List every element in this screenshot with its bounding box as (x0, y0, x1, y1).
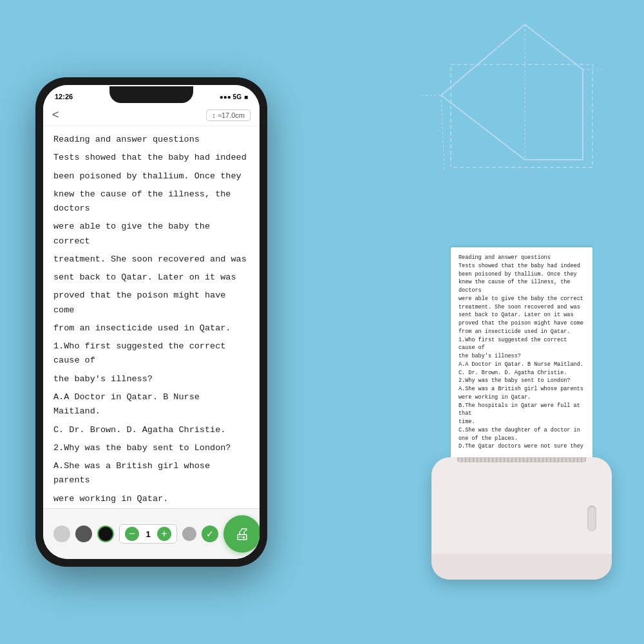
printer-button[interactable] (587, 506, 596, 531)
printer-paper-line: treatment. She soon recovered and was (459, 303, 585, 312)
phone-content-line: were able to give the baby the correct (53, 220, 249, 249)
phone-content-line: from an insecticide used in Qatar. (53, 321, 249, 336)
printer-paper-line: knew the cause of the illness, the docto… (459, 278, 585, 295)
phone-content-line: C. Dr. Brown. D. Agatha Christie. (53, 423, 249, 437)
svg-text:A': A' (521, 13, 530, 23)
phone-notch (109, 86, 193, 103)
printer: Reading and answer questionsTests showed… (431, 247, 612, 580)
printer-slot (457, 457, 586, 462)
phone: 12:26 ●●● 5G ■ < ↕ ≈17.0cm Reading and a… (35, 77, 267, 567)
phone-content-line: 1.Who first suggested the correct cause … (53, 339, 249, 368)
print-button[interactable]: 🖨 (223, 515, 260, 553)
printer-paper-line: been poisoned by thallium. Once they (459, 270, 585, 279)
status-dot (182, 527, 196, 541)
quantity-control: − 1 + (119, 524, 177, 544)
check-icon: ✓ (202, 526, 218, 542)
svg-text:B': B' (448, 162, 456, 173)
phone-time: 12:26 (55, 93, 73, 100)
printer-paper-line: were working in Qatar. (459, 393, 585, 402)
qty-plus-button[interactable]: + (157, 527, 171, 541)
phone-content-line: the baby's illness? (53, 372, 249, 386)
color-dark[interactable] (75, 526, 92, 542)
printer-paper: Reading and answer questionsTests showed… (451, 247, 592, 457)
printer-paper-line: B.The hospitals in Qatar were full at th… (459, 402, 585, 419)
printer-paper-line: Reading and answer questions (459, 254, 585, 262)
printer-paper-line: A.A Doctor in Qatar. B Nurse Maitland. (459, 361, 585, 369)
phone-content-line: sent back to Qatar. Later on it was (53, 270, 249, 285)
phone-content-line: 2.Why was the baby sent to London? (53, 441, 249, 455)
svg-rect-0 (451, 64, 592, 167)
printer-paper-line: time. (459, 418, 585, 426)
printer-paper-line: proved that the poison might have come (459, 319, 585, 328)
color-selector (53, 526, 114, 542)
svg-text:C: C (585, 156, 592, 166)
printer-paper-line: 2.Why was the baby sent to London? (459, 377, 585, 385)
ruler-badge: ↕ ≈17.0cm (206, 109, 251, 121)
color-light[interactable] (53, 526, 70, 542)
phone-content-line: A.She was a British girl whose parents (53, 459, 249, 488)
phone-content: Reading and answer questionsTests showed… (43, 126, 260, 508)
printer-icon: 🖨 (234, 525, 250, 543)
phone-content-line: Tests showed that the baby had indeed (53, 151, 249, 165)
printer-bottom (431, 554, 612, 580)
color-black[interactable] (97, 526, 114, 542)
printer-paper-line: from an insecticide used in Qatar. (459, 328, 585, 336)
svg-text:B: B (438, 164, 444, 175)
printer-paper-line: C.She was the daughter of a doctor in (459, 426, 585, 435)
phone-content-line: Reading and answer questions (53, 133, 249, 147)
printer-body (431, 457, 612, 580)
phone-content-line: been poisoned by thallium. Once they (53, 169, 249, 184)
phone-content-line: knew the cause of the illness, the docto… (53, 187, 249, 216)
svg-line-14 (441, 95, 444, 171)
svg-text:D: D (602, 64, 609, 75)
phone-battery: ■ (244, 93, 248, 100)
printer-paper-line: sent back to Qatar. Later on it was (459, 311, 585, 319)
phone-nav-bar: < ↕ ≈17.0cm (43, 104, 260, 126)
phone-content-line: A.A Doctor in Qatar. B Nurse Maitland. (53, 390, 249, 419)
printer-paper-line: D.The Qatar doctors were not sure they (459, 442, 585, 451)
printer-paper-line: C. Dr. Brown. D. Agatha Christie. (459, 369, 585, 377)
qty-minus-button[interactable]: − (125, 527, 139, 541)
printer-paper-line: one of the places. (459, 435, 585, 443)
svg-marker-1 (441, 24, 583, 160)
printer-paper-line: Tests showed that the baby had indeed (459, 262, 585, 270)
phone-content-line: treatment. She soon recovered and was (53, 252, 249, 267)
printer-paper-line: the baby's illness? (459, 352, 585, 361)
printer-paper-line: A.She was a British girl whose parents (459, 385, 585, 393)
phone-signal: ●●● 5G (220, 93, 242, 100)
printer-paper-line: 1.Who first suggested the correct cause … (459, 336, 585, 353)
svg-text:A: A (430, 91, 436, 102)
phone-content-line: were working in Qatar. (53, 492, 249, 506)
phone-content-line: proved that the poison might have come (53, 289, 249, 317)
qty-number: 1 (143, 529, 153, 539)
svg-text:F: F (522, 164, 528, 175)
phone-bottom-bar: − 1 + ✓ 🖨 (43, 508, 260, 559)
svg-text:E: E (496, 40, 502, 50)
printer-paper-line: were able to give the baby the correct (459, 295, 585, 303)
geometry-diagram: A' B' D C F A B' E B (412, 13, 618, 193)
back-arrow-icon[interactable]: < (52, 108, 59, 122)
